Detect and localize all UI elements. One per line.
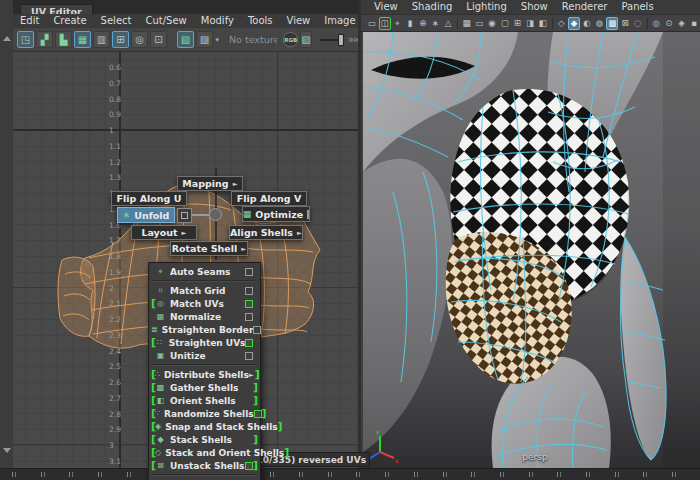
option-box-active[interactable] — [254, 410, 262, 418]
uv-menu-modify[interactable]: Modify — [194, 14, 241, 28]
bookmark-icon[interactable]: ▮ — [404, 17, 416, 30]
lighting-selected-icon[interactable]: ⊙ — [663, 17, 675, 30]
color-chips-icon[interactable]: ◌ — [632, 17, 644, 30]
default-material-icon[interactable]: ⊠ — [619, 17, 631, 30]
vp-menu-show[interactable]: Show — [514, 0, 555, 14]
marking-item-optimize[interactable]: ▦ Optimize — [242, 206, 310, 222]
uv-menu-tools[interactable]: Tools — [241, 14, 280, 28]
vp-menu-view[interactable]: View — [367, 0, 405, 14]
safe-action-icon[interactable]: ◨ — [524, 17, 536, 30]
pixel-snap-icon[interactable]: ▥ — [93, 31, 110, 48]
menu-item-auto-seams[interactable]: ⌖Auto Seams — [149, 265, 260, 278]
option-box-active[interactable] — [245, 300, 253, 308]
timeline-tick — [385, 472, 386, 477]
menu-item-gather-shells[interactable]: [▩Gather Shells] — [149, 381, 260, 394]
option-box-active[interactable] — [245, 339, 253, 347]
film-gate-icon[interactable]: ▭ — [473, 17, 485, 30]
display-image-icon[interactable]: ▧ — [177, 31, 194, 48]
menu-item-stack-shells[interactable]: [◆Stack Shells] — [149, 433, 260, 446]
rgb-channel-button[interactable]: RGB — [283, 32, 298, 47]
flat-shade-icon[interactable]: ◐ — [581, 17, 593, 30]
grease-pencil-icon[interactable]: △ — [442, 17, 454, 30]
image-plane-icon[interactable]: ⊕ — [417, 17, 429, 30]
uv-snapshot-icon[interactable]: ⊡ — [150, 31, 167, 48]
vp-menu-lighting[interactable]: Lighting — [459, 0, 513, 14]
uv-menu-create[interactable]: Create — [46, 14, 93, 28]
image-display-icon[interactable]: ▧ — [300, 31, 311, 48]
checker-texture-icon[interactable]: ▨▾ — [196, 31, 213, 48]
uv-transform-icon[interactable]: ◳ — [17, 31, 34, 48]
menu-item-stack-and-orient-shells[interactable]: [◇Stack and Orient Shells] — [149, 446, 260, 459]
menu-item-randomize-shells[interactable]: [∵Randomize Shells] — [149, 407, 260, 420]
marking-item-rotate-shell[interactable]: Rotate Shell► — [170, 241, 248, 256]
marking-item-unfold[interactable]: ∗ Unfold — [117, 207, 175, 223]
unfold-option-box[interactable] — [177, 208, 192, 223]
smooth-shade-icon[interactable]: ◆ — [568, 17, 580, 30]
marking-item-flip-along-v[interactable]: Flip Along V — [231, 191, 307, 206]
scroll-up-icon[interactable] — [3, 36, 11, 41]
textured-icon[interactable]: ▩ — [606, 17, 618, 30]
menu-item-orient-shells[interactable]: [◧Orient Shells] — [149, 394, 260, 407]
scroll-down-icon[interactable] — [3, 448, 11, 453]
resolution-gate-icon[interactable]: ◉ — [486, 17, 498, 30]
uv-menu-cut-sew[interactable]: Cut/Sew — [138, 14, 193, 28]
camera-attributes-icon[interactable]: ⌖ — [392, 17, 404, 30]
option-box[interactable] — [245, 352, 253, 360]
dim-image-icon[interactable]: ⊞ — [112, 31, 129, 48]
menu-item-distribute-shells[interactable]: [∴Distribute Shells►] — [149, 368, 260, 381]
wireframe-icon[interactable]: ◇ — [555, 17, 567, 30]
menu-item-unstack-shells[interactable]: [⊠Unstack Shells] — [149, 459, 260, 472]
shadows-icon[interactable]: ◈ — [676, 17, 688, 30]
gate-mask-icon[interactable]: ▢ — [499, 17, 511, 30]
menu-item-normalize[interactable]: ▦Normalize — [149, 310, 260, 323]
time-slider[interactable] — [0, 468, 700, 480]
option-box[interactable] — [245, 268, 253, 276]
ssao-icon[interactable]: ▪ — [688, 17, 700, 30]
grid-icon[interactable]: ▦ — [74, 31, 91, 48]
timeline-tick — [328, 472, 329, 477]
option-box[interactable] — [245, 287, 253, 295]
option-box-active[interactable] — [245, 462, 253, 470]
left-panel-strip[interactable] — [0, 0, 14, 468]
uv-menu-image[interactable]: Image — [317, 14, 362, 28]
lock-camera-icon[interactable]: ◫ — [379, 17, 391, 30]
menu-item-unitize[interactable]: ▣Unitize — [149, 349, 260, 362]
menu-item-match-uvs[interactable]: [◎Match UVs — [149, 297, 260, 310]
viewport-3d-scene[interactable]: y x — [363, 32, 700, 468]
option-box[interactable] — [253, 326, 261, 334]
optimize-option-box[interactable] — [307, 210, 309, 219]
vp-menu-shading[interactable]: Shading — [405, 0, 460, 14]
uv-distortion-icon[interactable]: ▙ — [55, 31, 72, 48]
uv-menu-select[interactable]: Select — [94, 14, 139, 28]
camera-select-icon[interactable]: ▭ — [366, 17, 378, 30]
slider-handle[interactable] — [338, 34, 344, 46]
menu-item-straighten-uvs[interactable]: [∷Straighten UVs — [149, 336, 260, 349]
shade-uvs-icon[interactable]: ◎ — [131, 31, 148, 48]
vp-menu-panels[interactable]: Panels — [614, 0, 660, 14]
marking-item-flip-along-u[interactable]: Flip Along U — [111, 191, 187, 206]
bounding-box-icon[interactable]: ◍ — [594, 17, 606, 30]
toolbar-separator — [647, 18, 648, 29]
menu-item-match-grid[interactable]: ⌗Match Grid — [149, 284, 260, 297]
menu-icon-unitize: ▣ — [155, 351, 166, 360]
marking-item-align-shells[interactable]: Align Shells► — [229, 225, 303, 240]
toolbar-expand-icon[interactable]: »» — [348, 34, 358, 45]
green-bracket-right: ] — [255, 368, 259, 381]
menu-item-straighten-border[interactable]: ≣Straighten Border — [149, 323, 260, 336]
uv-tile-layout-icon[interactable]: ▞ — [36, 31, 53, 48]
safe-title-icon[interactable]: ◧ — [537, 17, 549, 30]
menu-item-label: Match Grid — [170, 286, 226, 296]
menu-item-snap-and-stack-shells[interactable]: [◈Snap and Stack Shells] — [149, 420, 260, 433]
pan-zoom-icon[interactable]: ∗ — [430, 17, 442, 30]
uv-menu-edit[interactable]: Edit — [13, 14, 46, 28]
lighting-all-icon[interactable]: ◎ — [650, 17, 662, 30]
marking-item-mapping[interactable]: Mapping► — [177, 176, 243, 191]
marking-item-layout[interactable]: Layout► — [131, 225, 197, 240]
option-box[interactable] — [245, 313, 253, 321]
vp-menu-renderer[interactable]: Renderer — [555, 0, 615, 14]
grid-axis-label: 2.1 — [109, 299, 133, 308]
uv-menu-view[interactable]: View — [280, 14, 318, 28]
field-chart-icon[interactable]: ⊞ — [511, 17, 523, 30]
grid-toggle-icon[interactable]: ▦ — [461, 17, 473, 30]
image-dim-slider[interactable] — [320, 33, 341, 47]
